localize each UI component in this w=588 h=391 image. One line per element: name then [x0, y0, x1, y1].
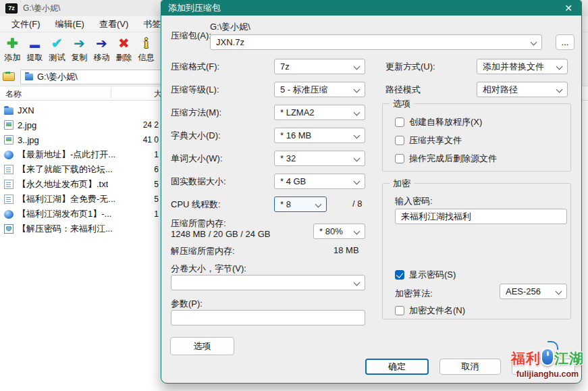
- column-name[interactable]: 名称: [5, 88, 22, 100]
- format-label: 压缩格式(F):: [171, 61, 219, 73]
- test-button[interactable]: 测试: [46, 35, 68, 63]
- encrypt-filenames-checkbox[interactable]: 加密文件名(N): [395, 305, 465, 317]
- text-file-icon: [4, 180, 14, 189]
- cpu-threads-label: CPU 线程数:: [171, 199, 221, 211]
- globe-icon: [4, 210, 14, 219]
- memory-percent-combo[interactable]: * 80%: [313, 224, 365, 239]
- fulijianghu-watermark: 福利 江湖 fulijianghu.com: [511, 345, 584, 379]
- browse-button[interactable]: ...: [556, 34, 574, 50]
- options-group: 选项 创建自释放程序(X) 压缩共享文件 操作完成后删除源文件: [382, 103, 571, 172]
- folder-icon: [25, 74, 33, 80]
- up-folder-icon[interactable]: [3, 72, 15, 81]
- method-combo[interactable]: * LZMA2: [274, 105, 365, 120]
- delete-button[interactable]: 删除: [113, 35, 135, 63]
- chevron-down-icon: [354, 178, 360, 185]
- image-file-icon: [4, 120, 14, 130]
- add-button[interactable]: 添加: [1, 35, 24, 63]
- copy-button[interactable]: 复制: [68, 35, 90, 63]
- chevron-down-icon: [354, 63, 360, 70]
- list-item[interactable]: 【来了就能下载的论坛... 6: [0, 162, 160, 177]
- dialog-titlebar: 添加到压缩包 ✕: [161, 1, 581, 16]
- solid-block-label: 固实数据大小:: [171, 176, 226, 188]
- show-password-checkbox[interactable]: 显示密码(S): [395, 269, 456, 281]
- dictionary-label: 字典大小(D):: [171, 130, 221, 142]
- mouse-icon: [541, 348, 554, 366]
- format-combo[interactable]: 7z: [274, 59, 365, 74]
- cpu-threads-combo[interactable]: * 8: [274, 197, 327, 212]
- extract-minus-icon: [30, 35, 40, 51]
- memory-decompress-label: 解压缩所需内存:: [171, 245, 235, 257]
- list-item[interactable]: 【最新地址】-点此打开... 1: [0, 147, 160, 162]
- path-mode-combo[interactable]: 相对路径: [477, 82, 568, 97]
- checkbox-icon: [395, 136, 404, 145]
- cancel-button[interactable]: 取消: [439, 359, 501, 375]
- memory-decompress-value: 18 MB: [333, 245, 359, 255]
- memory-compress-value: 1248 MB / 20 GB / 24 GB: [171, 229, 270, 239]
- list-item[interactable]: 【永久地址发布页】.txt 5: [0, 177, 160, 192]
- close-icon[interactable]: ✕: [561, 1, 576, 15]
- password-input[interactable]: [395, 209, 567, 224]
- parameters-input[interactable]: [171, 310, 365, 325]
- shared-files-checkbox[interactable]: 压缩共享文件: [395, 134, 462, 147]
- checkbox-checked-icon: [395, 270, 404, 280]
- chevron-down-icon: [556, 288, 562, 295]
- encryption-method-combo[interactable]: AES-256: [500, 284, 567, 299]
- word-size-combo[interactable]: * 32: [274, 151, 365, 166]
- chevron-down-icon: [556, 86, 563, 93]
- list-item[interactable]: 3..jpg 41 0: [0, 132, 160, 147]
- method-label: 压缩方法(M):: [171, 107, 221, 119]
- memory-compress-label: 压缩所需内存:: [171, 217, 226, 230]
- list-item[interactable]: JXN: [0, 103, 160, 118]
- list-item[interactable]: 【福利江湖】全免费-无... 5: [0, 192, 160, 207]
- encryption-method-label: 加密算法:: [395, 288, 433, 300]
- extract-button[interactable]: 提取: [24, 35, 46, 63]
- text-file-icon: [4, 194, 14, 204]
- watermark-text-left: 福利: [511, 349, 541, 368]
- archive-name-combo[interactable]: JXN.7z: [210, 34, 542, 50]
- solid-block-combo[interactable]: * 4 GB: [274, 174, 365, 189]
- word-size-label: 单词大小(W):: [171, 153, 223, 165]
- list-item[interactable]: 2.jpg 24 2: [0, 118, 160, 132]
- dictionary-combo[interactable]: * 16 MB: [274, 128, 365, 143]
- checkbox-icon: [395, 306, 404, 315]
- watermark-url: fulijianghu.com: [511, 369, 584, 379]
- text-file-icon: [4, 165, 14, 174]
- watermark-text-right: 江湖: [554, 349, 584, 368]
- delete-after-checkbox[interactable]: 操作完成后删除源文件: [395, 153, 497, 165]
- chevron-down-icon: [354, 132, 360, 139]
- sfx-checkbox[interactable]: 创建自释放程序(X): [395, 116, 482, 128]
- chevron-down-icon: [354, 109, 360, 116]
- address-path: G:\姜小妮\: [37, 71, 78, 83]
- info-button[interactable]: 信息: [135, 35, 157, 63]
- globe-icon: [4, 151, 14, 159]
- chevron-down-icon: [531, 39, 537, 46]
- folder-icon: [4, 107, 14, 115]
- list-item[interactable]: 【福利江湖发布页1】-... 1: [0, 207, 160, 221]
- menu-view[interactable]: 查看(V): [93, 17, 134, 32]
- checkbox-icon: [395, 118, 404, 127]
- menu-file[interactable]: 文件(F): [5, 17, 47, 32]
- menu-edit[interactable]: 编辑(E): [49, 17, 90, 32]
- archive-label: 压缩包(A):: [171, 30, 211, 42]
- column-separator[interactable]: [111, 88, 111, 99]
- volume-size-label: 分卷大小，字节(V):: [171, 263, 246, 275]
- cpu-threads-max: / 8: [352, 199, 362, 209]
- image-file-icon: [4, 135, 14, 145]
- update-mode-label: 更新方式(U):: [385, 61, 435, 73]
- dialog-title: 添加到压缩包: [168, 2, 221, 14]
- level-combo[interactable]: 5 - 标准压缩: [274, 82, 365, 97]
- window-title: G:\姜小妮\: [23, 3, 60, 14]
- list-item[interactable]: 【解压密码：来福利江...: [0, 221, 160, 236]
- update-mode-combo[interactable]: 添加并替换文件: [477, 59, 568, 74]
- info-icon: [144, 35, 148, 51]
- chevron-down-icon: [354, 155, 360, 162]
- chevron-down-icon: [354, 228, 360, 235]
- chevron-down-icon: [354, 86, 360, 93]
- chevron-down-icon: [556, 63, 563, 70]
- options-button[interactable]: 选项: [170, 337, 234, 355]
- ok-button[interactable]: 确定: [365, 359, 429, 375]
- move-button[interactable]: 移动: [90, 35, 113, 63]
- volume-size-combo[interactable]: [171, 275, 365, 290]
- delete-x-icon: [118, 35, 130, 51]
- checkbox-icon: [395, 154, 404, 163]
